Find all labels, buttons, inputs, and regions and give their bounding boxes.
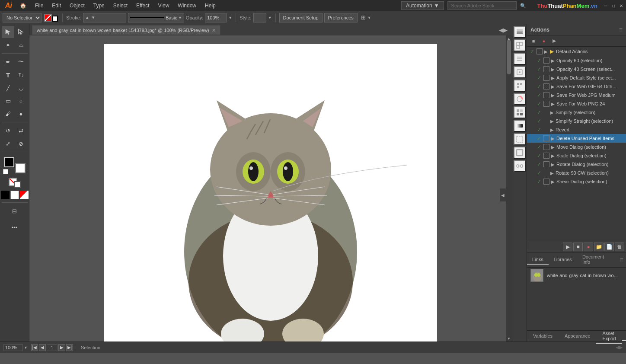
action-item-7[interactable]: ✓ ▶ Simplify Straight (selection) xyxy=(527,117,626,125)
menu-view[interactable]: View xyxy=(154,0,174,11)
action-item-12[interactable]: ✓ ▶ Rotate Dialog (selection) xyxy=(527,160,626,169)
pen-tool[interactable]: ✒ xyxy=(2,56,14,68)
action-item-8[interactable]: ✓ ▶ Revert xyxy=(527,125,626,134)
action-item-10[interactable]: ✓ ▶ Move Dialog (selection) xyxy=(527,143,626,151)
touch-type-tool[interactable]: T↓ xyxy=(15,69,27,81)
stroke-color-swatch[interactable] xyxy=(52,16,58,22)
actions-stop-button[interactable]: ■ xyxy=(529,37,538,45)
next-page-btn[interactable]: ▶ xyxy=(58,344,65,351)
last-page-btn[interactable]: ▶| xyxy=(66,344,73,351)
basic-dropdown-arrow[interactable]: ▼ xyxy=(178,16,182,20)
scroll-up-button[interactable]: ▲ xyxy=(507,36,511,41)
stroke-color-box[interactable] xyxy=(15,163,26,173)
menu-select[interactable]: Select xyxy=(109,0,132,11)
action-item-5[interactable]: ✓ ▶ Save For Web PNG 24 xyxy=(527,99,626,108)
canvas-scrollbar-vertical[interactable]: ▲ ▼ xyxy=(506,35,512,342)
links-panel-menu[interactable]: ≡ xyxy=(617,256,626,263)
zoom-input[interactable] xyxy=(3,344,23,351)
action-item-4[interactable]: ✓ ▶ Save For Web JPG Medium xyxy=(527,91,626,99)
more-tools-button[interactable]: ••• xyxy=(9,221,21,233)
fill-color-swatch[interactable] xyxy=(44,14,52,22)
rail-swatches-icon[interactable] xyxy=(514,106,526,118)
actions-panel-menu-icon[interactable]: ≡ xyxy=(619,26,623,33)
tab-collapse-icon[interactable]: ◀▶ xyxy=(499,27,508,33)
rail-color-icon[interactable] xyxy=(514,93,526,105)
menu-type[interactable]: Type xyxy=(89,0,109,11)
link-item-cat[interactable]: white-and-gray-cat-in-brown-wo... xyxy=(527,268,626,283)
none-color-btn[interactable] xyxy=(20,191,29,199)
menu-object[interactable]: Object xyxy=(65,0,89,11)
blob-brush-tool[interactable]: ● xyxy=(15,108,27,120)
home-icon[interactable]: 🏠 xyxy=(16,0,31,11)
stroke-up-arrow[interactable]: ▲ xyxy=(85,15,89,20)
scale-tool[interactable]: ⤢ xyxy=(2,137,14,150)
panel-collapse-button[interactable]: ◀ xyxy=(500,188,506,201)
libraries-tab[interactable]: Libraries xyxy=(549,255,577,265)
menu-window[interactable]: Window xyxy=(173,0,201,11)
rail-align-icon[interactable] xyxy=(514,80,526,92)
variables-tab[interactable]: Variables xyxy=(527,332,559,341)
rail-transform-icon[interactable] xyxy=(514,66,526,78)
style-picker[interactable] xyxy=(253,13,266,22)
white-color-btn[interactable] xyxy=(10,191,19,199)
rail-gradient-icon[interactable] xyxy=(514,120,526,132)
rail-stroke-icon[interactable] xyxy=(514,147,526,159)
stroke-style-selector[interactable]: Basic ▼ xyxy=(128,13,184,22)
minimize-button[interactable]: ─ xyxy=(603,3,609,9)
reflect-tool[interactable]: ⇄ xyxy=(15,125,27,137)
actions-play-button[interactable]: ▶ xyxy=(549,37,559,45)
action-item-2[interactable]: ✓ ▶ Apply Default Style (select... xyxy=(527,73,626,82)
rail-transparency-icon[interactable] xyxy=(514,133,526,145)
search-stock-input[interactable] xyxy=(447,1,517,10)
rotate-tool[interactable]: ↺ xyxy=(2,125,14,137)
direct-selection-tool[interactable] xyxy=(15,26,27,38)
paintbrush-tool[interactable]: 🖌 xyxy=(2,108,14,120)
type-tool[interactable]: T xyxy=(2,69,14,81)
fill-stroke-swatch-area[interactable] xyxy=(9,178,21,188)
selection-tool[interactable] xyxy=(2,26,14,38)
workspace-icon[interactable]: ⊞ xyxy=(361,14,366,21)
style-dropdown-arrow[interactable]: ▼ xyxy=(268,16,272,20)
maximize-button[interactable]: □ xyxy=(610,3,616,9)
lasso-tool[interactable]: ⌓ xyxy=(15,39,27,51)
actions-stop-btn[interactable]: ■ xyxy=(573,243,583,251)
document-setup-button[interactable]: Document Setup xyxy=(279,13,323,22)
rail-layers-icon[interactable] xyxy=(514,26,526,38)
default-actions-group[interactable]: ✓ ▶ ▶ Default Actions xyxy=(527,47,626,56)
prev-page-btn[interactable]: ◀ xyxy=(39,344,46,351)
rail-properties-icon[interactable] xyxy=(514,53,526,65)
opacity-dropdown-arrow[interactable]: ▼ xyxy=(228,16,232,20)
artboard-tool[interactable]: ⊟ xyxy=(9,205,21,217)
action-item-1[interactable]: ✓ ▶ Opacity 40 Screen (select... xyxy=(527,65,626,73)
opacity-input[interactable] xyxy=(205,13,227,22)
line-segment-tool[interactable]: ╱ xyxy=(2,82,14,94)
curvature-tool[interactable]: 〜 xyxy=(15,56,27,68)
document-tab[interactable]: white-and-gray-cat-in-brown-woven-basket… xyxy=(32,25,220,35)
links-tab[interactable]: Links xyxy=(527,255,549,265)
action-item-3[interactable]: ✓ ▶ Save For Web GIF 64 Dith... xyxy=(527,82,626,91)
menu-file[interactable]: File xyxy=(31,0,48,11)
action-item-14[interactable]: ✓ ▶ Shear Dialog (selection) xyxy=(527,177,626,186)
new-action-set-btn[interactable]: 📁 xyxy=(594,243,604,251)
action-item-delete-unused[interactable]: ✓ ▶ Delete Unused Panel Items xyxy=(527,134,626,143)
asset-export-tab[interactable]: Asset Export xyxy=(596,329,622,344)
action-item-11[interactable]: ✓ ▶ Scale Dialog (selection) xyxy=(527,151,626,160)
close-tab-icon[interactable]: ✕ xyxy=(212,26,216,35)
selection-dropdown[interactable]: No Selection xyxy=(3,13,42,22)
actions-record-btn[interactable]: ● xyxy=(584,243,593,251)
menu-help[interactable]: Help xyxy=(201,0,220,11)
black-color-btn[interactable] xyxy=(1,191,10,199)
preferences-button[interactable]: Preferences xyxy=(324,13,358,22)
rail-links-icon[interactable] xyxy=(514,160,526,172)
layers-tab[interactable]: Layers xyxy=(622,332,626,341)
automation-button[interactable]: Automation ▼ xyxy=(401,1,444,10)
scroll-down-button[interactable]: ▼ xyxy=(507,336,511,341)
document-info-tab[interactable]: Document Info xyxy=(577,252,617,267)
canvas-scroll-thumb-vertical[interactable] xyxy=(507,40,511,74)
ellipse-tool[interactable]: ○ xyxy=(15,95,27,107)
default-colors-icon[interactable] xyxy=(3,169,8,174)
stroke-down-arrow[interactable]: ▼ xyxy=(91,15,96,20)
menu-edit[interactable]: Edit xyxy=(48,0,65,11)
close-button[interactable]: ✕ xyxy=(618,3,624,9)
fill-color-box[interactable] xyxy=(4,157,14,167)
